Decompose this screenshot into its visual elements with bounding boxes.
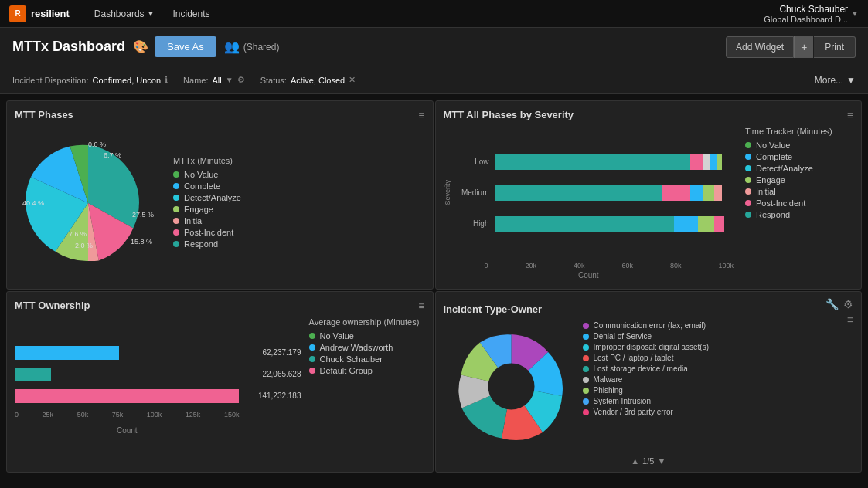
page-prev-icon[interactable]: ▲ <box>631 456 639 466</box>
widget-mtt-phases-title: MTT Phases <box>15 109 425 120</box>
widget-incident-icons: 🔧 ⚙ <box>825 298 853 310</box>
filter-bar: Incident Disposition: Confirmed, Uncon ℹ… <box>0 66 868 94</box>
page-indicator: 1/5 <box>642 456 654 466</box>
disposition-label: Incident Disposition: <box>12 76 88 85</box>
inc-legend-lost-storage: Lost storage device / media <box>583 364 854 373</box>
pct-no-value: 0.0 % <box>88 141 106 148</box>
x-axis-labels: 0 20k 40k 60k 80k 100k <box>444 262 734 269</box>
widget-mtt-severity-menu[interactable]: ≡ <box>847 109 853 121</box>
severity-bars: Low Medium <box>454 154 734 232</box>
page-title: MTTx Dashboard <box>12 39 125 55</box>
name-dropdown-icon[interactable]: ▼ <box>226 76 233 84</box>
legend-initial: Initial <box>173 216 241 225</box>
sev-legend-nv: No Value <box>745 141 853 150</box>
ownership-content: 62,237.179 22,065.628 141,232.183 <box>15 317 425 463</box>
severity-legend-title: Time Tracker (Minutes) <box>745 127 853 136</box>
widget-mtt-ownership-title: MTT Ownership <box>15 300 425 311</box>
ownership-bar-default-track <box>15 389 254 403</box>
severity-legend: Time Tracker (Minutes) No Value Complete… <box>741 127 853 280</box>
legend-detect: Detect/Analyze <box>173 193 241 202</box>
severity-bar-low <box>495 154 734 170</box>
bar-high-respond <box>495 216 674 232</box>
inc-legend-improper: Improper disposal: digital asset(s) <box>583 343 854 351</box>
mtt-phases-legend: MTTx (Minutes) No Value Complete Detect/… <box>173 156 241 251</box>
own-legend-andrew: Andrew Wadsworth <box>309 343 425 352</box>
severity-row-medium: Medium <box>454 185 734 201</box>
inc-legend-lost-pc: Lost PC / laptop / tablet <box>583 354 854 362</box>
nav-incidents[interactable]: Incidents <box>164 0 220 28</box>
user-info[interactable]: Chuck Schauber Global Dashboard D... <box>764 4 848 24</box>
legend-dot-detect <box>173 195 179 201</box>
incident-pie-container <box>444 321 579 451</box>
severity-chart: Severity Low <box>444 127 734 259</box>
legend-complete: Complete <box>173 181 241 191</box>
name-value: All <box>213 76 222 85</box>
legend-dot-respond <box>173 241 179 247</box>
ownership-row-chuck: 22,065.628 <box>15 368 301 381</box>
ownership-row-default: 141,232.183 <box>15 389 301 403</box>
ownership-bar-default <box>15 389 239 403</box>
legend-respond: Respond <box>173 239 241 249</box>
widget-incident-menu[interactable]: ≡ <box>847 313 853 326</box>
bar-med-engage <box>703 185 714 201</box>
severity-label-low: Low <box>454 158 489 166</box>
more-chevron-icon: ▼ <box>846 75 856 86</box>
ownership-legend-title: Average ownership (Minutes) <box>309 317 425 327</box>
incident-legend: Communication error (fax; email) Denial … <box>579 321 854 451</box>
own-legend-default: Default Group <box>309 366 425 375</box>
sev-legend-postincident: Post-Incident <box>745 198 853 208</box>
ownership-x-title: Count <box>15 426 301 435</box>
shared-button[interactable]: 👥 (Shared) <box>224 39 280 54</box>
x-axis-title: Count <box>444 271 734 280</box>
bar-high-post <box>714 216 723 232</box>
legend-title: MTTx (Minutes) <box>173 156 241 165</box>
name-label: Name: <box>183 76 208 85</box>
legend-no-value: No Value <box>173 170 241 179</box>
user-dropdown-icon[interactable]: ▼ <box>851 9 859 18</box>
bar-high-engage <box>698 216 715 232</box>
save-as-button[interactable]: Save As <box>155 36 216 57</box>
widget-mtt-ownership: MTT Ownership ≡ 62,237.179 22,065.628 <box>6 291 434 473</box>
widget-mtt-ownership-menu[interactable]: ≡ <box>418 300 424 312</box>
legend-dot-complete <box>173 183 179 189</box>
logo-icon: R <box>9 5 26 22</box>
svg-point-0 <box>488 363 534 409</box>
more-button[interactable]: More... ▼ <box>815 75 856 86</box>
widget-mtt-phases-menu[interactable]: ≡ <box>418 109 424 121</box>
sev-legend-respond: Respond <box>745 210 853 219</box>
bar-low-complete <box>710 154 717 170</box>
settings-icon[interactable]: ⚙ <box>843 298 853 310</box>
inc-legend-dos: Denial of Service <box>583 332 854 341</box>
disposition-info-icon[interactable]: ℹ <box>165 75 168 85</box>
nav-dashboards[interactable]: Dashboards ▼ <box>85 0 164 28</box>
legend-dot-initial <box>173 218 179 224</box>
ownership-bar-chuck <box>15 368 51 381</box>
ownership-val-chuck: 22,065.628 <box>262 370 301 378</box>
top-nav: R resilient Dashboards ▼ Incidents Chuck… <box>0 0 868 28</box>
pct-engage: 7.6 % <box>69 230 87 238</box>
shared-label: (Shared) <box>243 42 280 53</box>
bar-high-complete <box>674 216 698 232</box>
bar-med-respond <box>495 185 662 201</box>
name-settings-icon[interactable]: ⚙ <box>237 75 245 85</box>
wrench-icon[interactable]: 🔧 <box>825 298 839 310</box>
print-button[interactable]: Print <box>814 36 856 58</box>
legend-dot-no-value <box>173 171 179 178</box>
sev-legend-engage: Engage <box>745 175 853 185</box>
add-widget-button[interactable]: Add Widget <box>726 36 794 58</box>
status-clear-icon[interactable]: ✕ <box>349 75 356 85</box>
add-widget-plus-button[interactable]: + <box>794 36 813 58</box>
mtt-phases-content: 0.0 % 6.7 % 27.5 % 7.6 % 2.0 % 15.8 % 40… <box>15 127 425 280</box>
palette-button[interactable]: 🎨 <box>133 39 148 54</box>
mtt-severity-content: Severity Low <box>444 127 854 280</box>
username: Chuck Schauber <box>764 4 848 15</box>
severity-bar-high <box>495 216 734 232</box>
logo: R resilient <box>9 5 70 22</box>
page-next-icon[interactable]: ▼ <box>657 456 665 466</box>
ownership-bar-andrew-track <box>15 346 257 360</box>
bar-med-complete <box>690 185 702 201</box>
pct-initial: 2.0 % <box>75 242 93 249</box>
ownership-val-andrew: 62,237.179 <box>262 348 301 357</box>
severity-row-high: High <box>454 216 734 232</box>
ownership-legend: Average ownership (Minutes) No Value And… <box>309 317 425 463</box>
